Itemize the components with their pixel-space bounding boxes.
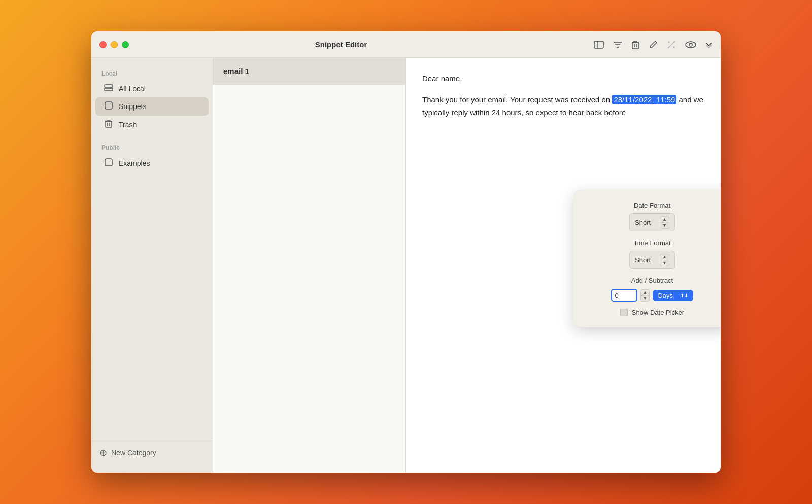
svg-point-13: [686, 42, 696, 48]
days-select[interactable]: Days ⬆⬇: [653, 290, 693, 301]
time-format-label: Time Format: [584, 239, 721, 247]
local-section-label: Local: [91, 66, 213, 80]
magic-icon[interactable]: [667, 40, 676, 49]
svg-point-11: [668, 47, 669, 47]
number-down[interactable]: ▼: [641, 296, 650, 301]
toolbar-icons: [594, 40, 713, 49]
examples-label: Examples: [119, 159, 150, 167]
edit-icon[interactable]: [649, 40, 658, 49]
date-format-select[interactable]: Short ▲ ▼: [629, 213, 675, 231]
titlebar: Snippet Editor: [91, 31, 721, 58]
svg-rect-15: [105, 85, 113, 87]
date-format-value: Short: [635, 219, 651, 226]
new-category-label: New Category: [111, 449, 156, 457]
trash-sidebar-icon: [104, 120, 114, 130]
time-format-stepper[interactable]: ▲ ▼: [660, 254, 669, 266]
sidebar-item-trash[interactable]: Trash: [95, 116, 209, 134]
time-format-select[interactable]: Short ▲ ▼: [629, 251, 675, 269]
delete-icon[interactable]: [631, 40, 639, 49]
sidebar-item-all-local[interactable]: All Local: [95, 80, 209, 97]
add-subtract-row: ▲ ▼ Days ⬆⬇: [584, 289, 721, 302]
more-icon[interactable]: [705, 41, 713, 48]
time-format-down[interactable]: ▼: [660, 260, 669, 266]
all-local-label: All Local: [119, 85, 146, 93]
snippets-icon: [104, 101, 114, 112]
date-format-label: Date Format: [584, 202, 721, 209]
sidebar: Local All Local Snippets: [91, 58, 213, 473]
highlighted-date[interactable]: 28/11/2022, 11:59: [612, 95, 676, 104]
editor-area: Dear name, Thank you for your email. You…: [406, 58, 721, 473]
editor-line1: Dear name,: [422, 72, 704, 85]
number-up[interactable]: ▲: [641, 290, 650, 295]
svg-point-14: [689, 43, 692, 46]
date-format-up[interactable]: ▲: [660, 217, 669, 222]
sidebar-bottom: ⊕ New Category: [91, 441, 213, 464]
preview-icon[interactable]: [685, 41, 696, 49]
editor-text-before-date: Thank you for your email. Your request w…: [422, 95, 610, 104]
trash-label: Trash: [119, 121, 137, 129]
snippet-item-title: email 1: [223, 67, 395, 76]
number-stepper[interactable]: ▲ ▼: [640, 289, 650, 302]
snippet-list: email 1: [213, 58, 406, 473]
number-input[interactable]: [611, 289, 637, 302]
window-title: Snippet Editor: [91, 40, 594, 49]
svg-point-10: [673, 47, 674, 48]
add-subtract-label: Add / Subtract: [584, 277, 721, 284]
snippet-item-email1[interactable]: email 1: [213, 58, 405, 85]
days-value: Days: [658, 292, 673, 299]
examples-icon: [104, 158, 114, 168]
sidebar-toggle-icon[interactable]: [594, 41, 604, 49]
svg-rect-17: [106, 121, 112, 127]
svg-point-12: [673, 42, 674, 42]
show-date-picker-label: Show Date Picker: [632, 309, 684, 316]
public-section-label: Public: [91, 140, 213, 154]
main-body: Local All Local Snippets: [91, 58, 721, 473]
svg-point-9: [668, 42, 669, 43]
show-date-picker-row: Show Date Picker: [584, 309, 721, 316]
sidebar-item-snippets[interactable]: Snippets: [95, 97, 209, 116]
app-window: Snippet Editor: [91, 31, 721, 473]
svg-rect-5: [632, 42, 638, 49]
new-category-button[interactable]: ⊕ New Category: [99, 447, 205, 458]
date-format-stepper[interactable]: ▲ ▼: [660, 216, 669, 229]
all-local-icon: [104, 84, 114, 93]
sidebar-item-examples[interactable]: Examples: [95, 154, 209, 172]
time-format-up[interactable]: ▲: [660, 254, 669, 260]
svg-rect-16: [105, 88, 113, 91]
editor-content: Dear name, Thank you for your email. You…: [422, 72, 704, 119]
date-format-select-row: Short ▲ ▼: [584, 213, 721, 231]
filter-icon[interactable]: [613, 41, 622, 49]
date-format-down[interactable]: ▼: [660, 223, 669, 228]
date-format-popup: Date Format Short ▲ ▼ Time Format Shor: [573, 190, 721, 327]
time-format-select-row: Short ▲ ▼: [584, 251, 721, 269]
snippets-label: Snippets: [119, 102, 146, 111]
show-date-picker-checkbox[interactable]: [620, 309, 628, 316]
new-category-icon: ⊕: [99, 447, 107, 458]
editor-line2: Thank you for your email. Your request w…: [422, 93, 704, 119]
svg-rect-0: [594, 41, 603, 48]
time-format-value: Short: [635, 256, 651, 264]
days-chevron-icon: ⬆⬇: [680, 293, 688, 298]
